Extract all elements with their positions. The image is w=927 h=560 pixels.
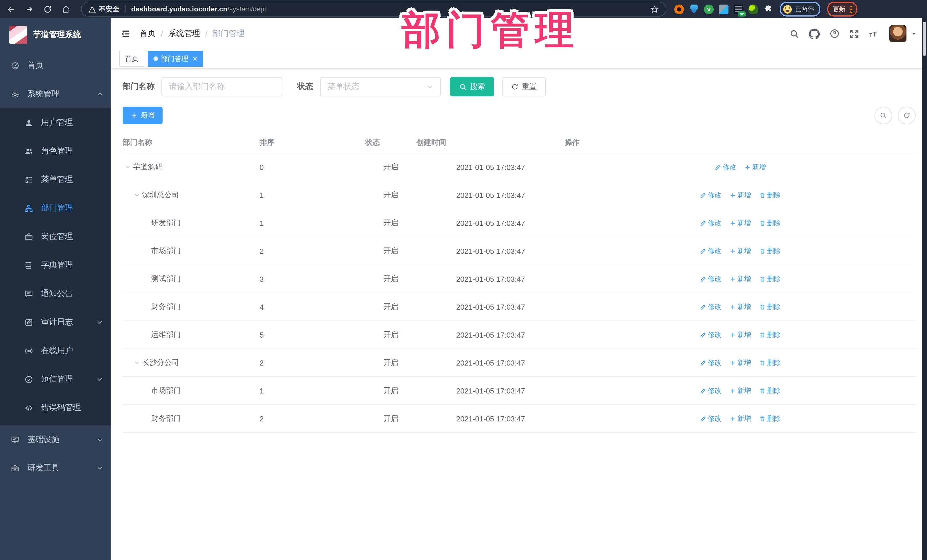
question-icon[interactable] [830,29,840,39]
paused-extension-pill[interactable]: 已暂停 [780,2,820,17]
expand-caret-icon[interactable] [132,359,142,366]
sidebar-item-6[interactable]: 岗位管理 [0,222,111,251]
table-row[interactable]: 测试部门3开启2021-01-05 17:03:47修改新增删除 [123,265,916,293]
sidebar-item-8[interactable]: 通知公告 [0,279,111,308]
modify-link[interactable]: 修改 [700,358,721,367]
add-link[interactable]: 新增 [744,162,766,172]
ext-list-on-icon[interactable]: on [734,4,743,14]
browser-update-button[interactable]: 更新 [827,2,857,17]
sidebar-item-4[interactable]: 菜单管理 [0,165,111,194]
add-link[interactable]: 新增 [729,330,751,340]
ext-grid-blue-icon[interactable] [719,4,728,14]
table-row[interactable]: 深圳总公司1开启2021-01-05 17:03:47修改新增删除 [123,181,916,209]
sidebar-item-1[interactable]: 系统管理 [0,80,111,108]
dept-name-input[interactable]: 请输入部门名称 [161,77,283,96]
delete-link[interactable]: 删除 [759,246,781,256]
created-cell: 2021-01-05 17:03:47 [416,209,565,237]
home-icon[interactable] [58,2,73,17]
search-button[interactable]: 搜索 [450,77,494,96]
delete-link[interactable]: 删除 [759,190,781,200]
sidebar-item-13[interactable]: 基础设施 [0,425,111,454]
close-tab-icon[interactable]: ✕ [192,55,198,62]
user-menu[interactable] [889,25,917,42]
forward-icon[interactable] [22,2,36,17]
delete-link[interactable]: 删除 [759,414,781,423]
sidebar-item-11[interactable]: 短信管理 [0,365,111,393]
modify-link[interactable]: 修改 [700,274,721,284]
page-scrollbar[interactable] [922,18,927,560]
add-link[interactable]: 新增 [729,218,751,228]
add-button[interactable]: 新增 [123,107,163,124]
audit-icon [24,318,33,326]
modify-link[interactable]: 修改 [700,190,721,200]
sidebar-item-14[interactable]: 研发工具 [0,454,111,483]
sidebar-item-3[interactable]: 角色管理 [0,137,111,165]
refresh-table-button[interactable] [898,107,916,124]
table-row[interactable]: 芋道源码0开启2021-01-05 17:03:47修改新增 [123,153,916,181]
add-link[interactable]: 新增 [729,302,751,312]
ext-figure-green-icon[interactable] [748,4,758,14]
table-row[interactable]: 市场部门2开启2021-01-05 17:03:47修改新增删除 [123,237,916,265]
add-link[interactable]: 新增 [729,246,751,256]
reset-button[interactable]: 重置 [502,77,546,96]
delete-link[interactable]: 删除 [759,274,781,284]
modify-link[interactable]: 修改 [700,302,721,312]
search-icon[interactable] [790,29,799,38]
add-link[interactable]: 新增 [729,414,751,423]
modify-link[interactable]: 修改 [700,414,721,423]
delete-link[interactable]: 删除 [759,302,781,312]
avatar[interactable] [889,25,906,42]
toggle-search-button[interactable] [874,107,892,124]
fullscreen-icon[interactable] [849,29,859,38]
sidebar-item-0[interactable]: 首页 [0,51,111,80]
ext-pin-blue-icon[interactable] [689,4,699,14]
add-link[interactable]: 新增 [729,274,751,284]
browser-menu-icon[interactable] [850,5,852,13]
breadcrumb-home[interactable]: 首页 [140,29,156,39]
sidebar-item-9[interactable]: 审计日志 [0,308,111,337]
delete-link[interactable]: 删除 [759,386,781,396]
expand-caret-icon[interactable] [132,191,142,199]
modify-link[interactable]: 修改 [700,218,721,228]
table-row[interactable]: 长沙分公司2开启2021-01-05 17:03:47修改新增删除 [123,349,916,377]
breadcrumb-system[interactable]: 系统管理 [168,29,200,39]
add-link[interactable]: 新增 [729,190,751,200]
tab-0[interactable]: 首页 [119,51,144,67]
github-icon[interactable] [809,28,820,39]
table-row[interactable]: 市场部门1开启2021-01-05 17:03:47修改新增删除 [123,377,916,405]
delete-link[interactable]: 删除 [759,358,781,367]
back-icon[interactable] [3,2,18,17]
modify-link[interactable]: 修改 [700,246,721,256]
tab-1[interactable]: 部门管理✕ [148,51,203,67]
fontsize-icon[interactable]: TT [869,29,880,38]
scrollbar-thumb[interactable] [923,22,926,56]
sidebar-item-2[interactable]: 用户管理 [0,108,111,137]
sidebar-item-7[interactable]: 字典管理 [0,251,111,279]
delete-link[interactable]: 删除 [759,218,781,228]
reload-icon[interactable] [40,2,55,17]
sidebar-item-10[interactable]: 在线用户 [0,337,111,365]
modify-link[interactable]: 修改 [700,386,721,396]
address-bar[interactable]: 不安全 dashboard.yudao.iocoder.cn /system/d… [81,2,666,17]
bookmark-star-icon[interactable] [650,5,659,14]
sidebar-item-12[interactable]: 错误码管理 [0,393,111,422]
table-row[interactable]: 财务部门4开启2021-01-05 17:03:47修改新增删除 [123,293,916,321]
ext-badge-green-icon[interactable]: v [704,4,714,14]
table-row[interactable]: 运维部门5开启2021-01-05 17:03:47修改新增删除 [123,321,916,349]
modify-link[interactable]: 修改 [714,162,736,172]
security-warning-icon[interactable] [88,5,96,13]
modify-link[interactable]: 修改 [700,330,721,340]
hamburger-icon[interactable] [116,24,135,43]
delete-link[interactable]: 删除 [759,330,781,340]
expand-caret-icon[interactable] [123,164,133,170]
app-logo-row[interactable]: 芋道管理系统 [0,18,111,51]
caret-down-icon[interactable] [911,31,917,36]
status-select[interactable]: 菜单状态 [320,77,441,96]
table-row[interactable]: 财务部门2开启2021-01-05 17:03:47修改新增删除 [123,405,916,433]
ext-puzzle-icon[interactable] [763,4,773,14]
ext-circle-orange-icon[interactable] [674,4,684,14]
sidebar-item-dept-active[interactable]: 部门管理 [0,194,111,222]
add-link[interactable]: 新增 [729,386,751,396]
add-link[interactable]: 新增 [729,358,751,367]
table-row[interactable]: 研发部门1开启2021-01-05 17:03:47修改新增删除 [123,209,916,237]
